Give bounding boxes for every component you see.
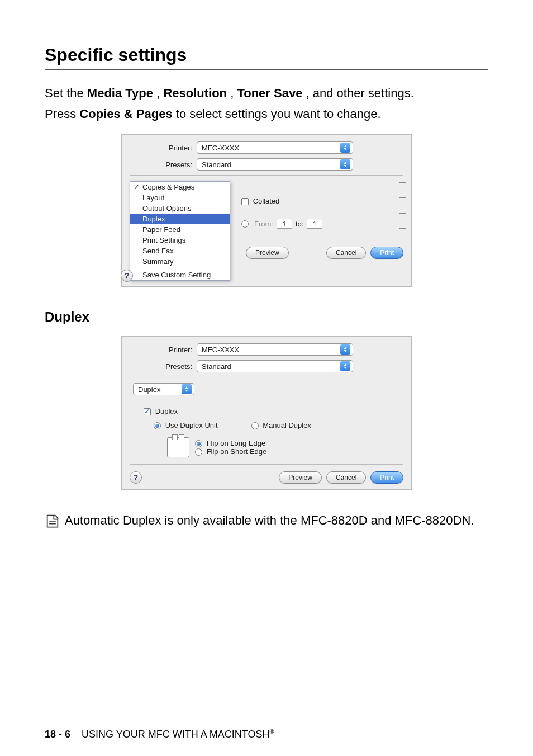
from-label: From: — [254, 220, 273, 228]
manual-duplex-label: Manual Duplex — [263, 421, 311, 429]
to-label: to: — [296, 220, 303, 228]
collated-label: Collated — [253, 197, 280, 205]
bold-media-type: Media Type — [87, 86, 153, 100]
menu-item-layout[interactable]: Layout — [130, 192, 230, 203]
menu-item-summary[interactable]: Summary — [130, 256, 230, 267]
preview-button[interactable]: Preview — [279, 471, 322, 484]
presets-value: Standard — [202, 362, 337, 371]
text: to select settings you want to change. — [176, 107, 381, 121]
chevron-updown-icon: ▲▼ — [340, 344, 350, 355]
chevron-updown-icon: ▲▼ — [340, 361, 350, 371]
page-footer: 18 - 6 USING YOUR MFC WITH A MACINTOSH® — [45, 728, 274, 740]
bold-toner-save: Toner Save — [237, 86, 302, 100]
duplex-subhead: Duplex — [45, 309, 488, 325]
presets-select[interactable]: Standard ▲▼ — [197, 360, 353, 372]
chevron-updown-icon: ▲▼ — [182, 384, 192, 394]
manual-duplex-radio[interactable] — [251, 422, 259, 429]
help-button[interactable]: ? — [121, 270, 133, 282]
menu-item-paper-feed[interactable]: Paper Feed — [130, 224, 230, 235]
print-button[interactable]: Print — [370, 471, 403, 484]
intro-line-2: Press Copies & Pages to select settings … — [45, 105, 488, 123]
print-dialog-duplex: Printer: MFC-XXXX ▲▼ Presets: Standard ▲… — [121, 336, 412, 490]
flip-short-edge-radio[interactable] — [195, 448, 202, 456]
text: Set the — [45, 86, 87, 100]
text: , — [156, 86, 163, 100]
flip-long-edge-radio[interactable] — [195, 440, 202, 447]
footer-text: USING YOUR MFC WITH A MACINTOSH — [82, 729, 269, 740]
from-radio[interactable] — [241, 220, 249, 228]
note-text: Automatic Duplex is only available with … — [65, 512, 474, 530]
presets-select[interactable]: Standard ▲▼ — [197, 158, 353, 171]
collated-checkbox[interactable] — [241, 198, 249, 205]
note-icon — [45, 513, 61, 534]
bold-resolution: Resolution — [163, 86, 227, 100]
bold-copies-pages: Copies & Pages — [79, 107, 172, 121]
registered-mark: ® — [269, 728, 274, 735]
printer-value: MFC-XXXX — [202, 144, 337, 152]
section-title: Specific settings — [45, 45, 488, 70]
menu-item-send-fax[interactable]: Send Fax — [130, 245, 230, 256]
printer-select[interactable]: MFC-XXXX ▲▼ — [197, 141, 353, 154]
printer-value: MFC-XXXX — [202, 346, 337, 354]
decorative-lines — [399, 182, 406, 259]
duplex-diagram-icon — [167, 437, 189, 457]
cancel-button[interactable]: Cancel — [326, 471, 366, 484]
menu-item-print-settings[interactable]: Print Settings — [130, 235, 230, 245]
presets-label: Presets: — [130, 160, 197, 169]
panel-select-value: Duplex — [138, 385, 178, 394]
printer-label: Printer: — [130, 346, 197, 354]
flip-long-edge-label: Flip on Long Edge — [207, 439, 266, 447]
help-button[interactable]: ? — [130, 471, 142, 484]
text: , — [230, 86, 237, 100]
menu-item-output-options[interactable]: Output Options — [130, 203, 230, 214]
printer-select[interactable]: MFC-XXXX ▲▼ — [197, 343, 353, 356]
flip-short-edge-label: Flip on Short Edge — [207, 447, 267, 456]
chevron-updown-icon: ▲▼ — [340, 143, 350, 153]
menu-item-duplex[interactable]: Duplex — [130, 214, 230, 224]
to-field[interactable]: 1 — [307, 219, 322, 229]
use-duplex-unit-label: Use Duplex Unit — [165, 421, 218, 429]
from-field[interactable]: 1 — [277, 219, 292, 229]
chevron-updown-icon: ▲▼ — [340, 159, 350, 169]
note: Automatic Duplex is only available with … — [45, 512, 488, 534]
use-duplex-unit-radio[interactable] — [154, 422, 161, 429]
presets-label: Presets: — [130, 362, 197, 371]
intro-line-1: Set the Media Type , Resolution , Toner … — [45, 84, 488, 102]
menu-item-save-custom[interactable]: Save Custom Setting — [130, 270, 230, 280]
printer-label: Printer: — [130, 144, 197, 152]
panel-select[interactable]: Duplex ▲▼ — [133, 383, 194, 395]
menu-item-copies-pages[interactable]: Copies & Pages — [130, 182, 230, 192]
preview-button[interactable]: Preview — [246, 247, 289, 259]
presets-value: Standard — [202, 160, 337, 169]
duplex-checkbox-label: Duplex — [155, 407, 178, 415]
settings-dropdown-menu[interactable]: Copies & Pages Layout Output Options Dup… — [130, 181, 230, 281]
page-number: 18 - 6 — [45, 729, 70, 740]
duplex-checkbox[interactable] — [144, 408, 151, 415]
text: Press — [45, 107, 79, 121]
text: , and other settings. — [306, 86, 414, 100]
cancel-button[interactable]: Cancel — [326, 247, 366, 259]
print-dialog-copies-pages: Printer: MFC-XXXX ▲▼ Presets: Standard ▲… — [121, 134, 412, 287]
